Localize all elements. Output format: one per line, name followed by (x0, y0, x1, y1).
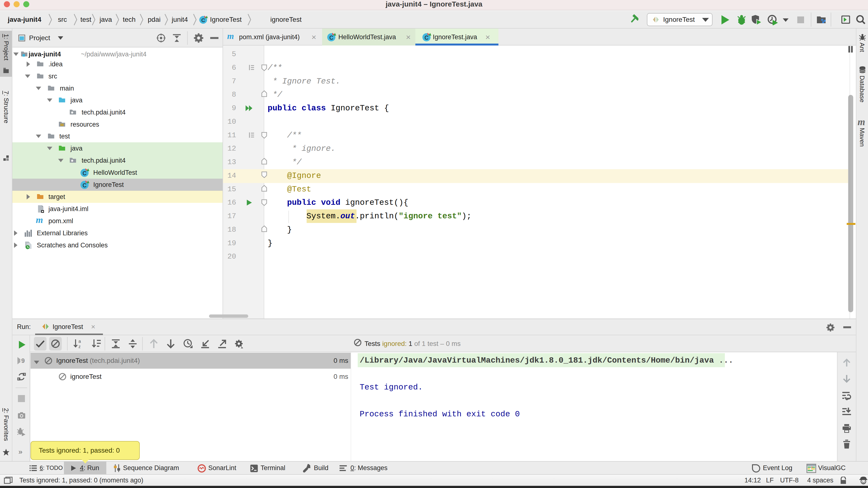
svg-text:C: C (330, 35, 334, 41)
svg-text:z: z (79, 344, 81, 349)
svg-text:C: C (425, 35, 429, 41)
svg-text:9: 9 (21, 357, 25, 364)
svg-text:C: C (83, 182, 87, 189)
svg-text:C: C (83, 170, 87, 176)
svg-text:a: a (79, 339, 81, 344)
svg-text:C: C (201, 17, 205, 23)
